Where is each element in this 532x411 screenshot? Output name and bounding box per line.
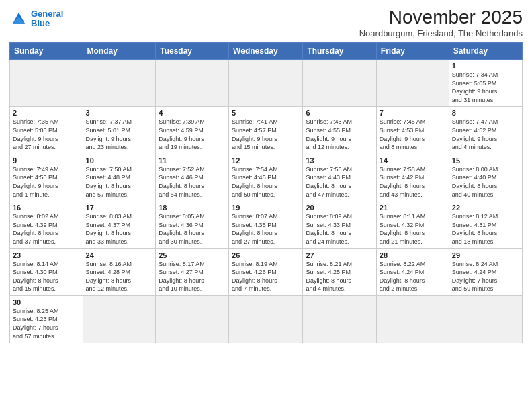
table-row: 23Sunrise: 8:14 AM Sunset: 4:30 PM Dayli… [10,248,83,295]
table-row: 30Sunrise: 8:25 AM Sunset: 4:23 PM Dayli… [10,295,83,342]
day-info: Sunrise: 8:17 AM Sunset: 4:27 PM Dayligh… [159,260,226,293]
day-info: Sunrise: 7:41 AM Sunset: 4:57 PM Dayligh… [232,118,300,151]
logo-blue: Blue [31,18,50,28]
day-number: 27 [306,251,373,259]
day-number: 14 [380,156,446,165]
table-row: 2Sunrise: 7:35 AM Sunset: 5:03 PM Daylig… [10,107,83,154]
table-row: 24Sunrise: 8:16 AM Sunset: 4:28 PM Dayli… [83,248,156,295]
day-number: 10 [86,156,153,165]
day-number: 9 [13,156,80,165]
table-row: 1Sunrise: 7:34 AM Sunset: 5:05 PM Daylig… [449,60,522,107]
day-number: 8 [452,109,519,117]
calendar-week-row: 16Sunrise: 8:02 AM Sunset: 4:39 PM Dayli… [10,201,523,248]
table-row: 6Sunrise: 7:43 AM Sunset: 4:55 PM Daylig… [303,107,376,154]
table-row: 20Sunrise: 8:09 AM Sunset: 4:33 PM Dayli… [303,201,376,248]
table-row: 26Sunrise: 8:19 AM Sunset: 4:26 PM Dayli… [229,248,303,295]
table-row: 16Sunrise: 8:02 AM Sunset: 4:39 PM Dayli… [10,201,83,248]
day-info: Sunrise: 8:09 AM Sunset: 4:33 PM Dayligh… [306,212,373,246]
header-tuesday: Tuesday [156,43,229,60]
table-row: 21Sunrise: 8:11 AM Sunset: 4:32 PM Dayli… [376,201,449,248]
day-number: 15 [452,156,519,165]
header-friday: Friday [376,43,449,60]
day-info: Sunrise: 8:12 AM Sunset: 4:31 PM Dayligh… [452,212,519,246]
calendar-subtitle: Noardburgum, Friesland, The Netherlands [359,28,523,38]
day-number: 6 [306,109,373,117]
day-number: 13 [306,156,373,165]
table-row [376,60,449,107]
calendar-table: Sunday Monday Tuesday Wednesday Thursday… [9,42,523,343]
day-info: Sunrise: 7:34 AM Sunset: 5:05 PM Dayligh… [452,71,519,104]
day-info: Sunrise: 8:22 AM Sunset: 4:24 PM Dayligh… [380,260,446,293]
table-row [156,60,229,107]
day-number: 18 [159,203,226,212]
logo-text: General Blue [31,9,63,29]
day-number: 28 [380,251,446,259]
page: General Blue November 2025 Noardburgum, … [0,0,532,411]
table-row [10,60,83,107]
day-info: Sunrise: 8:03 AM Sunset: 4:37 PM Dayligh… [86,212,153,246]
table-row: 19Sunrise: 8:07 AM Sunset: 4:35 PM Dayli… [229,201,303,248]
table-row: 9Sunrise: 7:49 AM Sunset: 4:50 PM Daylig… [10,154,83,201]
day-info: Sunrise: 8:16 AM Sunset: 4:28 PM Dayligh… [86,260,153,293]
calendar-week-row: 1Sunrise: 7:34 AM Sunset: 5:05 PM Daylig… [10,60,523,107]
table-row: 14Sunrise: 7:58 AM Sunset: 4:42 PM Dayli… [376,154,449,201]
day-info: Sunrise: 8:07 AM Sunset: 4:35 PM Dayligh… [232,212,300,246]
table-row: 13Sunrise: 7:56 AM Sunset: 4:43 PM Dayli… [303,154,376,201]
table-row: 17Sunrise: 8:03 AM Sunset: 4:37 PM Dayli… [83,201,156,248]
header-sunday: Sunday [10,43,83,60]
table-row [303,60,376,107]
table-row: 28Sunrise: 8:22 AM Sunset: 4:24 PM Dayli… [376,248,449,295]
table-row: 18Sunrise: 8:05 AM Sunset: 4:36 PM Dayli… [156,201,229,248]
table-row [303,295,376,342]
day-number: 22 [452,203,519,212]
day-number: 1 [452,62,519,70]
day-number: 20 [306,203,373,212]
calendar-week-row: 30Sunrise: 8:25 AM Sunset: 4:23 PM Dayli… [10,295,523,342]
day-info: Sunrise: 8:24 AM Sunset: 4:24 PM Dayligh… [452,260,519,293]
table-row: 12Sunrise: 7:54 AM Sunset: 4:45 PM Dayli… [229,154,303,201]
table-row: 8Sunrise: 7:47 AM Sunset: 4:52 PM Daylig… [449,107,522,154]
day-info: Sunrise: 7:45 AM Sunset: 4:53 PM Dayligh… [380,118,446,151]
header-thursday: Thursday [303,43,376,60]
calendar-week-row: 9Sunrise: 7:49 AM Sunset: 4:50 PM Daylig… [10,154,523,201]
day-info: Sunrise: 7:50 AM Sunset: 4:48 PM Dayligh… [86,165,153,199]
calendar-header-row: Sunday Monday Tuesday Wednesday Thursday… [10,43,523,60]
day-number: 21 [380,203,446,212]
calendar-title: November 2025 [359,7,523,28]
day-number: 29 [452,251,519,259]
calendar-week-row: 23Sunrise: 8:14 AM Sunset: 4:30 PM Dayli… [10,248,523,295]
day-number: 23 [13,251,80,259]
table-row: 3Sunrise: 7:37 AM Sunset: 5:01 PM Daylig… [83,107,156,154]
day-info: Sunrise: 8:21 AM Sunset: 4:25 PM Dayligh… [306,260,373,293]
day-info: Sunrise: 7:39 AM Sunset: 4:59 PM Dayligh… [159,118,226,151]
day-number: 24 [86,251,153,259]
day-number: 12 [232,156,300,165]
day-number: 30 [13,298,80,306]
table-row [229,60,303,107]
table-row: 10Sunrise: 7:50 AM Sunset: 4:48 PM Dayli… [83,154,156,201]
table-row: 29Sunrise: 8:24 AM Sunset: 4:24 PM Dayli… [449,248,522,295]
table-row: 22Sunrise: 8:12 AM Sunset: 4:31 PM Dayli… [449,201,522,248]
calendar-week-row: 2Sunrise: 7:35 AM Sunset: 5:03 PM Daylig… [10,107,523,154]
logo-icon [9,9,28,28]
day-info: Sunrise: 7:49 AM Sunset: 4:50 PM Dayligh… [13,165,80,199]
table-row: 15Sunrise: 8:00 AM Sunset: 4:40 PM Dayli… [449,154,522,201]
table-row [449,295,522,342]
day-number: 19 [232,203,300,212]
title-block: November 2025 Noardburgum, Friesland, Th… [359,7,523,38]
table-row: 25Sunrise: 8:17 AM Sunset: 4:27 PM Dayli… [156,248,229,295]
day-number: 11 [159,156,226,165]
day-info: Sunrise: 7:37 AM Sunset: 5:01 PM Dayligh… [86,118,153,151]
table-row: 11Sunrise: 7:52 AM Sunset: 4:46 PM Dayli… [156,154,229,201]
logo: General Blue [9,9,63,29]
day-info: Sunrise: 8:00 AM Sunset: 4:40 PM Dayligh… [452,165,519,199]
table-row [83,295,156,342]
day-number: 26 [232,251,300,259]
logo-general: General [31,9,63,19]
day-number: 25 [159,251,226,259]
table-row [83,60,156,107]
svg-marker-1 [13,17,26,24]
day-number: 7 [380,109,446,117]
day-info: Sunrise: 8:25 AM Sunset: 4:23 PM Dayligh… [13,307,80,340]
header-monday: Monday [83,43,156,60]
